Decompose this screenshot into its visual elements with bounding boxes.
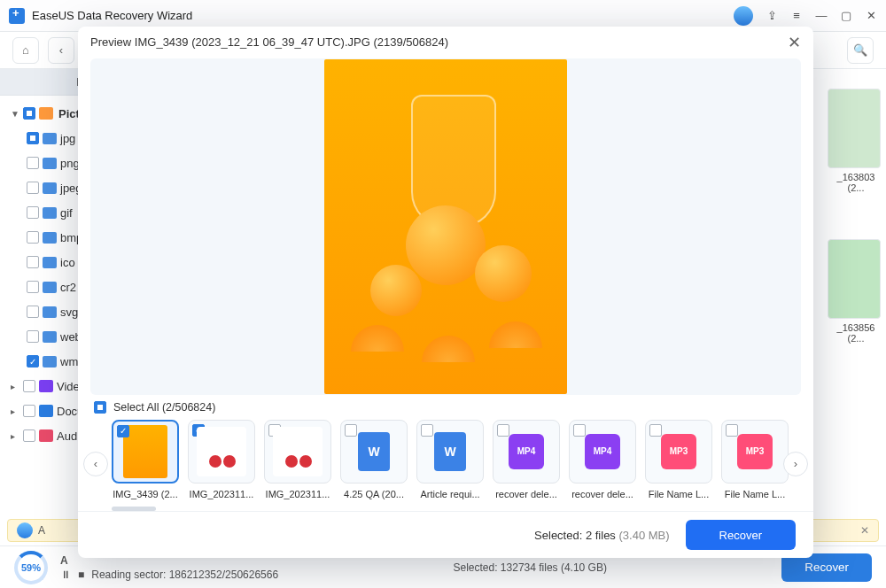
preview-pane [90, 58, 801, 395]
image-thumb-icon [197, 427, 246, 476]
mp4-file-icon: MP4 [509, 434, 544, 469]
thumb-checkbox[interactable] [345, 424, 357, 437]
thumb-checkbox[interactable] [649, 424, 662, 437]
thumb-label: File Name L... [645, 489, 712, 499]
thumb-label: IMG_202311... [264, 489, 331, 499]
modal-selected-label: Selected: 2 files (3.40 MB) [534, 529, 669, 542]
mp3-file-icon: MP3 [737, 434, 773, 469]
select-all-checkbox[interactable] [94, 401, 106, 414]
selected-count: Selected: 2 files [534, 529, 616, 542]
thumb-label: recover dele... [569, 489, 636, 499]
thumb-checkbox[interactable] [573, 424, 586, 437]
thumbnail-item[interactable]: MP3File Name L... [645, 420, 712, 499]
word-file-icon: W [358, 432, 390, 471]
thumbnail-item[interactable]: MP3File Name L... [721, 420, 789, 499]
thumb-label: IMG_202311... [188, 489, 255, 499]
thumbnail-item[interactable]: MP4recover dele... [569, 420, 636, 499]
thumb-checkbox[interactable] [421, 424, 433, 437]
image-thumb-icon [273, 427, 323, 476]
image-thumb-icon [123, 425, 167, 478]
thumb-label: Article requi... [416, 489, 484, 499]
thumb-label: 4.25 QA (20... [340, 489, 408, 499]
strip-next-button[interactable]: › [783, 452, 808, 476]
thumbnail-item[interactable]: IMG_202311... [188, 420, 255, 499]
thumb-checkbox[interactable] [726, 424, 738, 437]
select-all-label: Select All (2/506824) [113, 401, 215, 414]
thumb-checkbox[interactable] [117, 425, 129, 437]
thumb-checkbox[interactable] [497, 424, 509, 437]
thumbnail-item[interactable]: IMG_202311... [264, 420, 331, 499]
preview-modal: Preview IMG_3439 (2023_12_21 06_39_47 UT… [78, 27, 813, 558]
thumbnail-item[interactable]: IMG_3439 (2... [112, 420, 179, 499]
thumbnail-strip: IMG_3439 (2...IMG_202311...IMG_202311...… [112, 420, 780, 499]
thumb-label: File Name L... [721, 489, 789, 499]
mp3-file-icon: MP3 [661, 434, 696, 469]
modal-recover-button[interactable]: Recover [686, 520, 796, 550]
strip-prev-button[interactable]: ‹ [83, 452, 108, 476]
thumbnail-item[interactable]: W4.25 QA (20... [340, 420, 408, 499]
thumb-label: IMG_3439 (2... [112, 489, 179, 499]
modal-title: Preview IMG_3439 (2023_12_21 06_39_47 UT… [90, 35, 448, 49]
word-file-icon: W [434, 432, 466, 471]
thumbnail-item[interactable]: MP4recover dele... [493, 420, 560, 499]
close-icon[interactable]: ✕ [788, 33, 801, 52]
selected-size: (3.40 MB) [619, 529, 670, 542]
preview-image [324, 59, 567, 394]
thumbnail-item[interactable]: WArticle requi... [416, 420, 484, 499]
mp4-file-icon: MP4 [585, 434, 620, 469]
thumb-label: recover dele... [493, 489, 560, 499]
